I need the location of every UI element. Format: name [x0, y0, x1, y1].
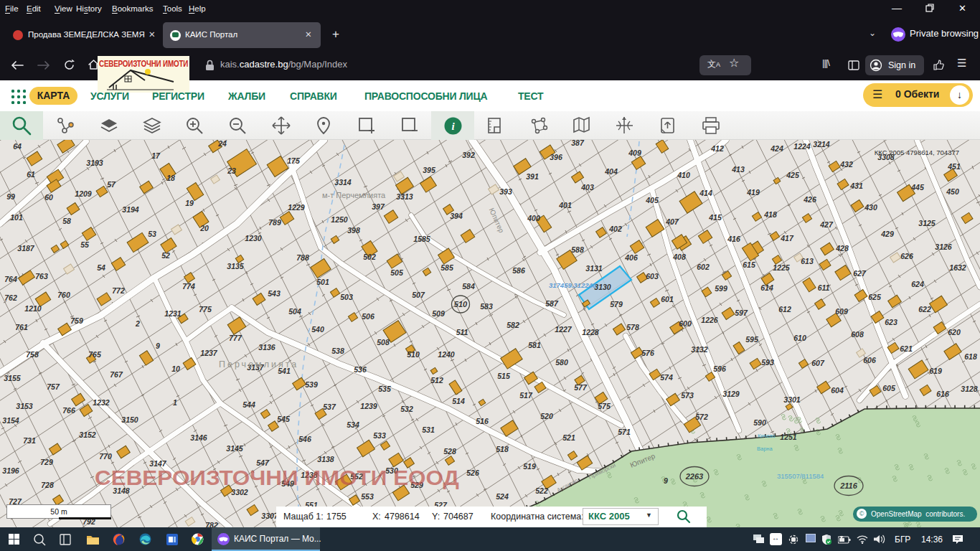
- svg-text:СЕВЕРОИЗТОЧНИ ИМОТИ ЕООД: СЕВЕРОИЗТОЧНИ ИМОТИ ЕООД: [95, 466, 459, 489]
- svg-text:393: 393: [499, 187, 512, 196]
- svg-text:789: 789: [268, 218, 281, 227]
- svg-text:505: 505: [390, 268, 403, 277]
- svg-text:775: 775: [199, 305, 212, 314]
- svg-text:432: 432: [839, 160, 853, 169]
- svg-text:407: 407: [665, 217, 679, 226]
- svg-text:387: 387: [571, 140, 585, 147]
- svg-text:767: 767: [110, 370, 123, 379]
- svg-text:2116: 2116: [839, 481, 858, 490]
- svg-text:611: 611: [818, 283, 830, 292]
- svg-text:419: 419: [746, 188, 760, 197]
- svg-text:553: 553: [361, 492, 374, 501]
- svg-text:728: 728: [41, 481, 54, 489]
- svg-text:18: 18: [166, 174, 175, 182]
- svg-text:1231: 1231: [164, 309, 182, 318]
- svg-text:766: 766: [62, 406, 75, 415]
- svg-text:621: 621: [900, 344, 913, 353]
- svg-text:615: 615: [743, 260, 755, 269]
- svg-text:605: 605: [882, 384, 895, 392]
- svg-text:391: 391: [526, 172, 539, 181]
- svg-text:3196: 3196: [2, 466, 19, 475]
- svg-text:535: 535: [378, 385, 391, 393]
- svg-text:429: 429: [880, 230, 894, 238]
- svg-text:101: 101: [10, 213, 23, 222]
- svg-text:511: 511: [456, 328, 468, 336]
- svg-text:23: 23: [227, 166, 236, 175]
- svg-text:10: 10: [171, 364, 180, 373]
- svg-text:507: 507: [412, 291, 425, 299]
- svg-text:3155: 3155: [4, 374, 21, 382]
- svg-text:2: 2: [135, 319, 140, 328]
- svg-text:3152: 3152: [79, 430, 96, 439]
- svg-text:729: 729: [40, 458, 53, 466]
- svg-text:1227: 1227: [555, 325, 573, 334]
- svg-text:398: 398: [347, 226, 360, 235]
- svg-text:1: 1: [173, 398, 177, 407]
- svg-text:445: 445: [910, 183, 924, 192]
- svg-text:608: 608: [851, 330, 864, 339]
- svg-text:57: 57: [107, 180, 116, 189]
- svg-text:24: 24: [217, 140, 227, 148]
- svg-text:428: 428: [835, 244, 849, 253]
- svg-text:3214: 3214: [813, 140, 830, 149]
- svg-text:1250: 1250: [331, 215, 348, 224]
- svg-text:788: 788: [296, 253, 309, 262]
- svg-text:315507/811584: 315507/811584: [777, 472, 824, 480]
- svg-text:538: 538: [331, 347, 344, 355]
- svg-text:583: 583: [480, 302, 493, 311]
- svg-text:777: 777: [229, 334, 242, 342]
- svg-text:580: 580: [555, 358, 568, 367]
- svg-text:521: 521: [562, 433, 575, 442]
- svg-text:515: 515: [497, 372, 510, 380]
- svg-text:597: 597: [735, 309, 748, 317]
- svg-text:760: 760: [57, 291, 70, 299]
- svg-text:584: 584: [462, 282, 475, 291]
- svg-text:3129: 3129: [722, 390, 740, 398]
- svg-text:528: 528: [443, 447, 456, 456]
- svg-text:61: 61: [27, 170, 35, 179]
- svg-text:3136: 3136: [258, 343, 275, 352]
- svg-text:450: 450: [946, 187, 959, 196]
- svg-text:517: 517: [519, 391, 533, 400]
- svg-text:586: 586: [512, 266, 525, 275]
- svg-text:577: 577: [574, 383, 588, 392]
- svg-text:19: 19: [185, 199, 194, 207]
- svg-text:516: 516: [476, 417, 489, 425]
- svg-text:3187: 3187: [17, 244, 35, 253]
- svg-text:508: 508: [377, 338, 390, 347]
- svg-text:606: 606: [863, 356, 876, 364]
- svg-text:1251: 1251: [780, 433, 797, 441]
- svg-text:510: 510: [407, 350, 420, 359]
- svg-text:504: 504: [288, 307, 301, 316]
- svg-text:394: 394: [450, 212, 463, 220]
- svg-text:596: 596: [713, 364, 726, 373]
- svg-text:588: 588: [571, 245, 584, 254]
- svg-text:607: 607: [811, 359, 825, 367]
- svg-text:1226: 1226: [701, 316, 718, 324]
- svg-text:1224: 1224: [793, 142, 811, 151]
- svg-text:545: 545: [277, 415, 290, 423]
- svg-text:761: 761: [15, 323, 28, 331]
- svg-text:396: 396: [550, 153, 562, 161]
- svg-text:1232: 1232: [93, 398, 110, 407]
- svg-text:537: 537: [323, 402, 336, 411]
- svg-text:1230: 1230: [245, 234, 262, 242]
- svg-text:520: 520: [540, 412, 553, 420]
- svg-text:518: 518: [496, 445, 509, 453]
- svg-text:3135: 3135: [227, 262, 244, 270]
- svg-text:625: 625: [868, 293, 881, 301]
- svg-text:55: 55: [80, 240, 89, 249]
- svg-text:546: 546: [298, 435, 311, 443]
- svg-text:622: 622: [918, 305, 931, 314]
- svg-text:612: 612: [778, 305, 791, 314]
- svg-text:582: 582: [507, 321, 519, 329]
- svg-text:602: 602: [697, 263, 710, 271]
- svg-text:9: 9: [156, 342, 160, 350]
- svg-text:417: 417: [780, 234, 794, 242]
- svg-text:64: 64: [13, 142, 22, 151]
- svg-text:731: 731: [23, 436, 36, 445]
- svg-text:543: 543: [268, 289, 281, 298]
- svg-text:3194: 3194: [122, 205, 139, 214]
- svg-text:408: 408: [672, 253, 686, 261]
- svg-text:509: 509: [432, 309, 445, 318]
